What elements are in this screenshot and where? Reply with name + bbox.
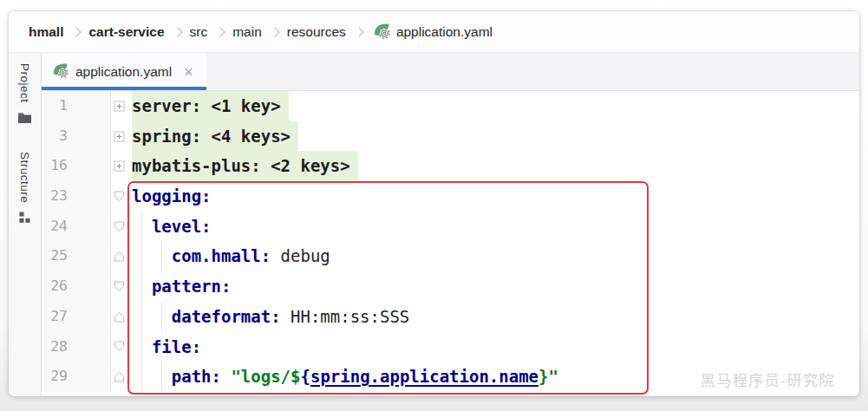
breadcrumb-item-src[interactable]: src: [190, 24, 208, 40]
code-text: server: <1 key>: [127, 91, 859, 121]
fold-expand-icon[interactable]: [111, 121, 127, 152]
line-number: 26: [42, 271, 111, 302]
code-text: com.hmall: debug: [127, 241, 859, 271]
tool-window-stripe: Project Structure: [9, 53, 42, 396]
fold-collapse-end-icon[interactable]: [111, 302, 127, 332]
fold-collapse-start-icon[interactable]: [111, 212, 127, 242]
chevron-right-icon: [173, 27, 182, 36]
breadcrumb-item-cart-service[interactable]: cart-service: [88, 24, 164, 40]
code-line: 27 dateformat: HH:mm:ss:SSS: [42, 302, 859, 332]
code-line: 1 server: <1 key>: [42, 91, 859, 121]
code-text: mybatis-plus: <2 keys>: [127, 151, 859, 181]
editor-tab-bar: application.yaml ×: [42, 53, 859, 91]
line-number: 25: [42, 241, 111, 271]
breadcrumb-item-resources[interactable]: resources: [287, 24, 346, 40]
close-icon[interactable]: ×: [184, 64, 193, 80]
line-number: 24: [42, 212, 111, 242]
line-number: 3: [42, 121, 111, 152]
breadcrumb-item-main[interactable]: main: [232, 24, 262, 40]
code-line: 23 logging:: [42, 181, 859, 212]
code-text: logging:: [127, 181, 859, 212]
fold-collapse-end-icon[interactable]: [111, 362, 127, 392]
indent-guide: [161, 362, 162, 392]
code-text: pattern:: [127, 271, 859, 302]
line-number: 28: [42, 332, 111, 362]
folder-icon[interactable]: [17, 111, 32, 127]
chevron-right-icon: [216, 27, 225, 36]
code-text: spring: <4 keys>: [127, 121, 859, 152]
breadcrumb: hmall cart-service src main resources ap…: [9, 11, 859, 53]
yaml-file-icon: [52, 62, 69, 82]
watermark-text: 黑马程序员-研究院: [701, 369, 835, 390]
indent-guide: [141, 212, 142, 392]
indent-guide: [161, 302, 162, 332]
screenshot-root: hmall cart-service src main resources ap…: [0, 0, 868, 411]
tab-application-yaml[interactable]: application.yaml ×: [42, 53, 206, 90]
line-number: 29: [42, 362, 111, 392]
chevron-right-icon: [354, 27, 363, 36]
tab-label: application.yaml: [75, 64, 172, 80]
ide-window: hmall cart-service src main resources ap…: [9, 11, 859, 396]
indent-guide: [161, 242, 162, 272]
sidebar-item-project[interactable]: Project: [18, 63, 31, 103]
code-line: 24 level:: [42, 212, 859, 242]
sidebar-item-structure[interactable]: Structure: [18, 152, 31, 203]
breadcrumb-item-file[interactable]: application.yaml: [396, 24, 493, 40]
code-text: dateformat: HH:mm:ss:SSS: [127, 302, 859, 332]
fold-expand-icon[interactable]: [111, 91, 127, 121]
breadcrumb-item-hmall[interactable]: hmall: [29, 24, 63, 40]
line-number: 23: [42, 181, 111, 212]
line-number: 27: [42, 302, 111, 332]
code-line: 3 spring: <4 keys>: [42, 121, 859, 152]
code-editor[interactable]: 1 server: <1 key> 3 spring: <4 keys> 16 …: [42, 91, 859, 396]
chevron-right-icon: [72, 27, 82, 36]
fold-collapse-start-icon[interactable]: [111, 332, 127, 362]
fold-expand-icon[interactable]: [111, 151, 127, 181]
line-number: 1: [42, 91, 111, 121]
line-number: 16: [42, 151, 111, 181]
code-text: level:: [127, 212, 859, 242]
yaml-file-icon: [373, 22, 390, 42]
fold-collapse-end-icon[interactable]: [111, 241, 127, 271]
code-line: 25 com.hmall: debug: [42, 241, 859, 271]
code-line: 16 mybatis-plus: <2 keys>: [42, 151, 859, 181]
code-text: file:: [127, 332, 859, 362]
code-line: 26 pattern:: [42, 271, 859, 302]
fold-collapse-start-icon[interactable]: [111, 181, 127, 212]
chevron-right-icon: [270, 27, 279, 36]
code-line: 28 file:: [42, 332, 859, 362]
fold-collapse-start-icon[interactable]: [111, 271, 127, 302]
structure-icon[interactable]: [18, 211, 31, 227]
